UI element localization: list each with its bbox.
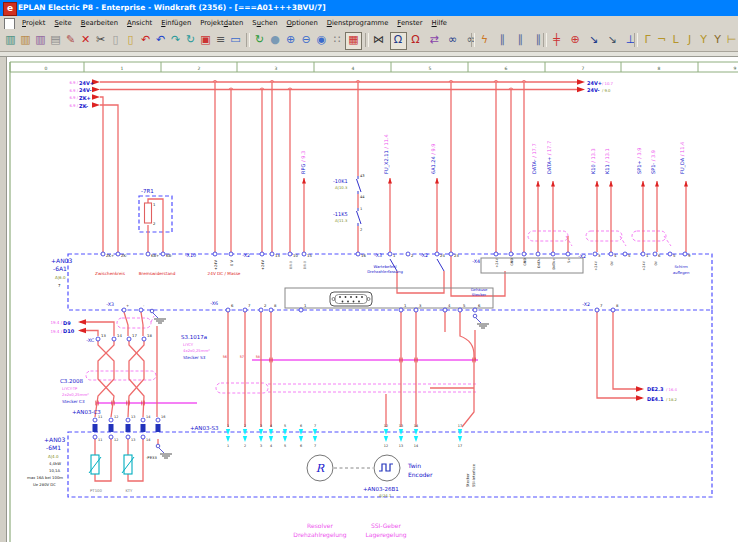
svg-text:13: 13 [399, 424, 403, 428]
svg-text:DE4.1: DE4.1 [647, 396, 664, 402]
toolbar-search-device-icon[interactable]: ∞ [445, 32, 460, 48]
toolbar-zoom-out-icon[interactable]: ⊖ [299, 32, 314, 48]
svg-text:18: 18 [147, 333, 152, 338]
toolbar-swap-icon[interactable]: ⇄ [427, 32, 442, 48]
toolbar-zoom-in-icon[interactable]: ⊕ [283, 32, 298, 48]
toolbar-edit-properties-icon[interactable]: ✎ [63, 32, 78, 48]
svg-text:D10: D10 [63, 328, 75, 334]
svg-text:A|6.0: A|6.0 [55, 275, 66, 280]
svg-text:14: 14 [146, 415, 150, 419]
toolbar-project-import-icon[interactable]: ▥ [18, 32, 33, 48]
toolbar-corner-ul-icon[interactable]: Γ [640, 32, 655, 48]
svg-text:ZK+: ZK+ [106, 253, 114, 258]
schematic-canvas[interactable]: 0123456789112233445566771212131314141717… [0, 0, 738, 542]
toolbar-workbook-icon[interactable]: ▭ [228, 32, 243, 48]
svg-text:12: 12 [384, 444, 388, 448]
toolbar-paste-icon[interactable]: ▯ [123, 32, 138, 48]
toolbar-snap-grid-icon[interactable]: ▦ [345, 32, 362, 50]
toolbar-redo-icon[interactable]: ↷ [168, 32, 183, 48]
svg-text:/ 9.0: / 9.0 [602, 88, 611, 93]
svg-text:LiYCY-TP: LiYCY-TP [62, 386, 78, 391]
svg-text:DATA- / 17.7: DATA- / 17.7 [531, 143, 537, 174]
svg-text:7: 7 [314, 444, 316, 448]
menu-item-bearbeiten[interactable]: Bearbeiten [81, 19, 118, 27]
menu-item-optionen[interactable]: Optionen [287, 19, 318, 27]
toolbar-potential-icon[interactable]: ϟ [477, 32, 492, 48]
toolbar-delete-icon[interactable]: ✕ [78, 32, 93, 48]
svg-text:24V DC / Masse: 24V DC / Masse [208, 271, 241, 276]
svg-text:3: 3 [419, 303, 422, 308]
toolbar-cut-icon[interactable]: ✂ [93, 32, 108, 48]
toolbar-angle-down-icon[interactable]: ↘ [586, 32, 601, 48]
menu-item-hilfe[interactable]: Hilfe [432, 19, 447, 27]
toolbar-corner-ur-icon[interactable]: ¬ [654, 32, 669, 48]
svg-text:12: 12 [114, 415, 118, 419]
svg-text:Stecker: Stecker [472, 292, 487, 297]
toolbar-refresh-icon[interactable]: ↻ [252, 32, 267, 48]
svg-text:2x2x0,25mm²: 2x2x0,25mm² [62, 392, 89, 397]
toolbar-t-node-up-icon[interactable]: Y [696, 32, 711, 48]
toolbar-project-export-icon[interactable]: ▥ [33, 32, 48, 48]
toolbar-pan-icon[interactable]: ● [268, 32, 283, 48]
toolbar-grid-dots-icon[interactable]: ∷ [330, 32, 345, 48]
svg-text:13: 13 [131, 415, 135, 419]
menu-item-fenster[interactable]: Fenster [397, 19, 422, 27]
svg-text:GND: GND [523, 258, 527, 266]
menu-item-ansicht[interactable]: Ansicht [127, 19, 152, 27]
toolbar-print-icon[interactable]: ▤ [48, 32, 63, 48]
toolbar-undo-icon[interactable]: ↶ [138, 32, 153, 48]
svg-text:12: 12 [114, 438, 118, 442]
toolbar-connect-icon[interactable]: ⋈ [371, 32, 386, 48]
svg-text:FU_DA / 11.4: FU_DA / 11.4 [679, 142, 686, 174]
menu-bar: ProjektSeiteBearbeitenAnsichtEinfügenPro… [0, 16, 738, 29]
svg-text:6: 6 [478, 303, 481, 308]
svg-text:+: + [126, 303, 129, 308]
toolbar-redo-list-icon[interactable]: ↻ [183, 32, 198, 48]
svg-text:Bremswiderstand: Bremswiderstand [139, 271, 176, 276]
svg-text:23: 23 [454, 253, 459, 258]
svg-text:-: - [143, 303, 145, 308]
toolbar-copy-icon[interactable]: ▯ [108, 32, 123, 48]
toolbar-project-open-icon[interactable]: ▥ [3, 32, 18, 48]
toolbar-undo-list-icon[interactable]: ↶ [153, 32, 168, 48]
svg-text:4: 4 [270, 424, 272, 428]
toolbar-connection-point-icon[interactable]: ⊕ [568, 32, 583, 48]
toolbar-corner-lr-icon[interactable]: J [682, 32, 697, 48]
svg-text:-XC: -XC [86, 338, 94, 343]
menu-item-suchen[interactable]: Suchen [252, 19, 277, 27]
toolbar-numbering-12-icon[interactable]: ∥ [513, 32, 528, 48]
toolbar-validate-icon[interactable]: ▣ [198, 32, 213, 48]
svg-text:max 16A bei 100m: max 16A bei 100m [27, 475, 63, 480]
svg-text:4: 4 [352, 66, 355, 71]
menu-item-projekt[interactable]: Projekt [22, 19, 45, 27]
toolbar-interruption-point-icon[interactable]: ╪ [549, 32, 564, 48]
svg-text:6.9 /: 6.9 / [69, 88, 78, 93]
toolbar-separator [634, 33, 638, 47]
svg-text:+24V: +24V [495, 257, 499, 267]
toolbar-list-view-icon[interactable]: ≡ [213, 32, 228, 48]
toolbar-numbering-83-icon[interactable]: ∥ [495, 32, 510, 48]
svg-text:11: 11 [98, 438, 102, 442]
svg-text:+24V: +24V [214, 259, 218, 270]
menu-item-dienstprogramme[interactable]: Dienstprogramme [327, 19, 389, 27]
toolbar-symbol-omega-icon[interactable]: Ω [390, 32, 407, 50]
svg-text:-11K5: -11K5 [333, 211, 348, 217]
toolbar-corner-ll-icon[interactable]: L [668, 32, 683, 48]
menu-item-einfgen[interactable]: Einfügen [161, 19, 191, 27]
toolbar-t-node-left-icon[interactable]: Y [710, 32, 725, 48]
svg-text:Twin: Twin [407, 462, 421, 469]
svg-text:A|24.1: A|24.1 [379, 493, 392, 498]
svg-text:A|10.3: A|10.3 [335, 185, 348, 190]
svg-text:7: 7 [58, 283, 61, 288]
svg-text:2: 2 [198, 66, 201, 71]
toolbar-angle-down-2-icon[interactable]: ↘ [605, 32, 620, 48]
menu-item-projektdaten[interactable]: Projektdaten [200, 19, 243, 27]
svg-text:2: 2 [264, 303, 267, 308]
svg-text:KTY: KTY [126, 488, 134, 493]
toolbar-symbol-omega-2-icon[interactable]: Ω [408, 32, 423, 48]
svg-text:auflegen: auflegen [673, 270, 690, 275]
toolbar-zoom-page-icon[interactable]: ◉ [314, 32, 329, 48]
svg-text:5: 5 [463, 303, 466, 308]
toolbar-t-node-right-icon[interactable]: ⊢ [724, 32, 738, 48]
menu-item-seite[interactable]: Seite [54, 19, 71, 27]
